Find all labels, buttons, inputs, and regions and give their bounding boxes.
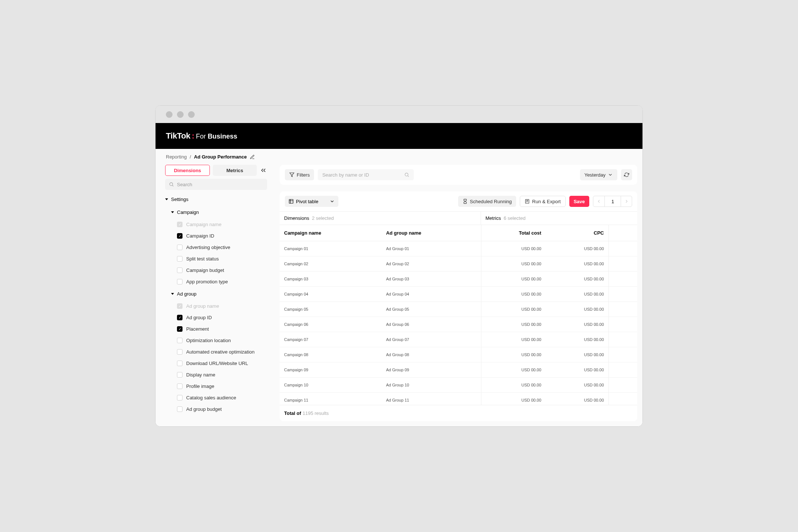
table-row[interactable]: Campaign 01Ad Group 01USD 00.00USD 00.00 [280,241,637,256]
col-campaign[interactable]: Campaign name [280,225,382,241]
checkbox-icon[interactable] [177,326,183,332]
table-row[interactable]: Campaign 06Ad Group 06USD 00.00USD 00.00 [280,317,637,332]
cell-adgroup: Ad Group 04 [382,287,481,302]
daterange-button[interactable]: Yesterday [580,169,617,180]
traffic-zoom-icon[interactable] [188,111,195,118]
table-row[interactable]: Campaign 09Ad Group 09USD 00.00USD 00.00 [280,362,637,378]
chevron-down-icon [608,172,613,177]
checkbox-icon[interactable] [177,315,183,320]
breadcrumb-parent[interactable]: Reporting [166,154,187,160]
cell-adgroup: Ad Group 10 [382,378,481,393]
cell-cpc: USD 00.00 [546,256,608,272]
checkbox-icon[interactable] [177,383,183,389]
table-row[interactable]: Campaign 03Ad Group 03USD 00.00USD 00.00 [280,272,637,287]
scheduled-running-button[interactable]: Scheduled Running [458,196,516,207]
checkbox-icon[interactable] [177,338,183,343]
sidebar-search[interactable]: Search [165,179,267,190]
tree-item-label: App promotion type [186,279,228,284]
checkbox-icon[interactable] [177,279,183,284]
cell-adgroup: Ad Group 09 [382,362,481,378]
daterange-label: Yesterday [584,172,606,178]
checkbox-icon[interactable] [177,267,183,273]
cell-adgroup: Ad Group 08 [382,347,481,362]
dimension-tree[interactable]: Settings Campaign Campaign nameCampaign … [161,193,272,421]
tree-item[interactable]: Catalog sales audience [161,392,267,403]
tree-campaign-header[interactable]: Campaign [161,206,267,219]
main: Filters Search by name or ID Yesterday [280,165,637,421]
search-input[interactable]: Search by name or ID [318,169,414,180]
tree-adgroup-header[interactable]: Ad group [161,287,267,300]
checkbox-icon[interactable] [177,245,183,250]
checkbox-icon[interactable] [177,233,183,239]
table-row[interactable]: Campaign 07Ad Group 07USD 00.00USD 00.00 [280,332,637,347]
table-row[interactable]: Campaign 10Ad Group 10USD 00.00USD 00.00 [280,378,637,393]
tree-item[interactable]: Ad group ID [161,312,267,323]
table-scroll[interactable]: Campaign name Ad group name Total cost C… [280,225,637,405]
tree-item[interactable]: Split test status [161,253,267,265]
filters-toolbar: Filters Search by name or ID Yesterday [280,165,637,185]
cell-cost: USD 00.00 [481,272,546,287]
col-cpc[interactable]: CPC [546,225,608,241]
chevron-down-icon [330,199,335,204]
tree-item-label: Campaign budget [186,267,224,273]
save-button[interactable]: Save [569,196,589,207]
traffic-close-icon[interactable] [166,111,173,118]
tree-item[interactable]: Placement [161,323,267,335]
cell-cpc: USD 00.00 [546,378,608,393]
tree-item-label: Placement [186,326,209,332]
pivot-label: Pivot table [296,199,318,204]
table-row[interactable]: Campaign 02Ad Group 02USD 00.00USD 00.00 [280,256,637,272]
checkbox-icon[interactable] [177,395,183,400]
checkbox-icon[interactable] [177,406,183,412]
cell-campaign: Campaign 08 [280,347,382,362]
tree-item[interactable]: Ad group budget [161,403,267,415]
pager-prev[interactable] [593,196,604,207]
cell-campaign: Campaign 01 [280,241,382,256]
traffic-minimize-icon[interactable] [177,111,184,118]
run-export-button[interactable]: Run & Export [520,196,565,207]
checkbox-icon [177,303,183,309]
checkbox-icon[interactable] [177,349,183,355]
tree-item[interactable]: Advertising objective [161,242,267,253]
checkbox-icon[interactable] [177,256,183,262]
view-type-dropdown[interactable]: Pivot table [285,196,338,207]
cell-adgroup: Ad Group 06 [382,317,481,332]
cell-spacer [608,332,637,347]
tab-metrics[interactable]: Metrics [213,165,257,176]
tree-item[interactable]: Display name [161,369,267,381]
filters-button[interactable]: Filters [285,169,314,180]
tree-item[interactable]: Optimization location [161,335,267,346]
table-row[interactable]: Campaign 04Ad Group 04USD 00.00USD 00.00 [280,287,637,302]
cell-adgroup: Ad Group 01 [382,241,481,256]
pager-next[interactable] [621,196,632,207]
tab-dimensions[interactable]: Dimensions [165,165,210,176]
tree-item[interactable]: Profile image [161,381,267,392]
chevron-left-icon [596,199,601,204]
checkbox-icon[interactable] [177,361,183,366]
tree-item[interactable]: Campaign budget [161,265,267,276]
edit-icon[interactable] [250,154,255,160]
tree-settings-header[interactable]: Settings [161,193,267,206]
collapse-sidebar-icon[interactable] [260,167,267,174]
tree-item[interactable]: Automated creative optimization [161,346,267,358]
col-total-cost[interactable]: Total cost [481,225,546,241]
refresh-button[interactable] [621,169,632,180]
filters-label: Filters [297,172,310,178]
cell-campaign: Campaign 11 [280,393,382,405]
table-row[interactable]: Campaign 11Ad Group 11USD 00.00USD 00.00 [280,393,637,405]
table-row[interactable]: Campaign 08Ad Group 08USD 00.00USD 00.00 [280,347,637,362]
tree-item[interactable]: App promotion type [161,276,267,287]
table-row[interactable]: Campaign 05Ad Group 05USD 00.00USD 00.00 [280,302,637,317]
cell-spacer [608,347,637,362]
tree-item-label: Campaign ID [186,233,214,239]
cell-spacer [608,287,637,302]
cell-campaign: Campaign 04 [280,287,382,302]
col-adgroup[interactable]: Ad group name [382,225,481,241]
checkbox-icon[interactable] [177,372,183,378]
col-spacer [608,225,637,241]
logo[interactable]: TikTok : For Business [166,131,237,141]
tree-item[interactable]: Download URL/Website URL [161,358,267,369]
svg-point-0 [170,183,173,185]
tree-item[interactable]: Campaign ID [161,230,267,242]
cell-adgroup: Ad Group 11 [382,393,481,405]
